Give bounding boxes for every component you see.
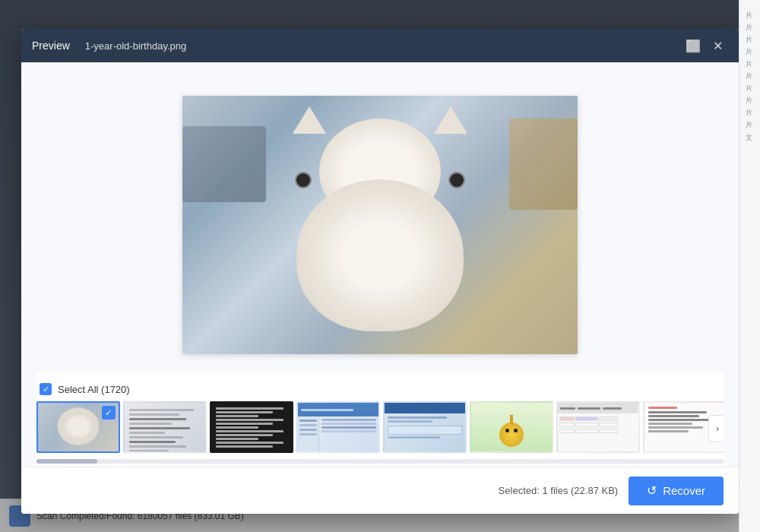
sidebar-item-5[interactable]: 片 <box>739 49 758 61</box>
thumbnail-6[interactable] <box>470 401 553 453</box>
cat-photo <box>182 96 578 354</box>
bg-blur-right <box>509 119 578 210</box>
cat-eye-right <box>295 172 312 188</box>
modal-filename: 1-year-old-birthday.png <box>85 40 186 52</box>
thumbnail-5[interactable] <box>383 401 467 453</box>
sidebar-item-10[interactable]: 片 <box>739 109 758 122</box>
cat-eye-left <box>448 172 465 188</box>
cat-ear-left <box>293 106 326 134</box>
thumbnail-scrollbar[interactable] <box>36 459 724 464</box>
thumbnails-row: › <box>36 401 724 456</box>
thumbnail-7[interactable] <box>556 401 640 453</box>
modal-titlebar: Preview 1-year-old-birthday.png ⬜ ✕ <box>21 29 739 62</box>
select-all-row: Select All (1720) <box>36 383 724 401</box>
modal-bottom-bar: Selected: 1 files (22.87 KB) ↺ Recover <box>21 467 739 514</box>
recover-button[interactable]: ↺ Recover <box>629 477 724 505</box>
sidebar-item-8[interactable]: 片 <box>739 85 758 97</box>
thumb-check-1 <box>102 406 116 420</box>
modal-content: Select All (1720) <box>21 62 739 467</box>
thumbnail-1[interactable] <box>36 401 120 453</box>
sidebar-right: 片 片 片 片 片 片 片 片 片 片 文 <box>739 0 760 532</box>
cat-body <box>296 179 464 331</box>
modal-window-controls: ⬜ ✕ <box>682 35 728 56</box>
sidebar-item-3[interactable]: 片 <box>739 24 758 36</box>
image-container <box>36 78 724 372</box>
select-all-label: Select All (1720) <box>58 384 130 395</box>
sidebar-item-6[interactable]: 片 <box>739 61 758 73</box>
recover-label: Recover <box>663 484 705 497</box>
thumbnails-next-button[interactable]: › <box>708 415 724 442</box>
thumbnail-3[interactable] <box>210 401 293 453</box>
select-all-checkbox[interactable] <box>40 383 52 395</box>
sidebar-item-1[interactable]: 片 <box>739 0 758 12</box>
scrollbar-thumb[interactable] <box>36 459 97 464</box>
selected-files-info: Selected: 1 files (22.87 KB) <box>499 485 619 496</box>
sidebar-item-4[interactable]: 片 <box>739 36 758 49</box>
modal-maximize-button[interactable]: ⬜ <box>682 35 704 56</box>
sidebar-item-11[interactable]: 文 <box>739 122 758 134</box>
recover-icon: ↺ <box>647 483 657 498</box>
sidebar-item-9[interactable]: 片 <box>739 97 758 109</box>
bg-blur-left <box>182 126 266 202</box>
modal-close-button[interactable]: ✕ <box>707 35 728 56</box>
sidebar-item-2[interactable]: 片 <box>739 12 758 24</box>
sidebar-item-7[interactable]: 片 <box>739 73 758 85</box>
modal-app-name: Preview <box>32 40 70 52</box>
thumbnail-4[interactable] <box>296 401 380 453</box>
main-preview-image <box>182 96 578 354</box>
preview-modal: Preview 1-year-old-birthday.png ⬜ ✕ <box>21 29 739 514</box>
cat-ear-right <box>434 106 467 134</box>
thumbnail-2[interactable] <box>123 401 207 453</box>
thumbnail-area: Select All (1720) <box>36 372 724 467</box>
